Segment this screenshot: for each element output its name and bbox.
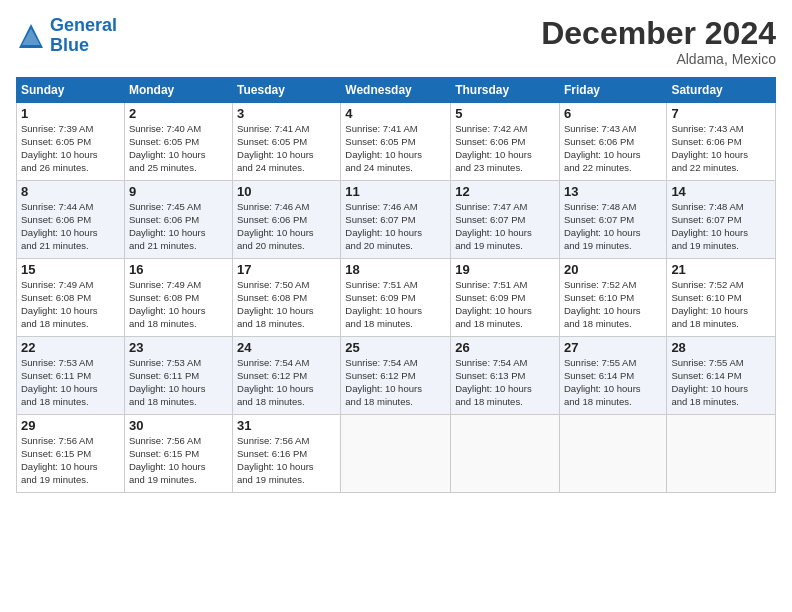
day-number: 1 [21, 106, 120, 121]
logo-blue: Blue [50, 36, 117, 56]
day-header-thursday: Thursday [451, 78, 560, 103]
day-info: Sunrise: 7:41 AM Sunset: 6:05 PM Dayligh… [345, 123, 446, 174]
day-info: Sunrise: 7:49 AM Sunset: 6:08 PM Dayligh… [129, 279, 228, 330]
day-header-monday: Monday [124, 78, 232, 103]
day-info: Sunrise: 7:48 AM Sunset: 6:07 PM Dayligh… [671, 201, 771, 252]
calendar-cell: 3Sunrise: 7:41 AM Sunset: 6:05 PM Daylig… [233, 103, 341, 181]
day-number: 3 [237, 106, 336, 121]
calendar-cell: 7Sunrise: 7:43 AM Sunset: 6:06 PM Daylig… [667, 103, 776, 181]
calendar-cell: 17Sunrise: 7:50 AM Sunset: 6:08 PM Dayli… [233, 259, 341, 337]
calendar-cell: 14Sunrise: 7:48 AM Sunset: 6:07 PM Dayli… [667, 181, 776, 259]
location: Aldama, Mexico [541, 51, 776, 67]
day-number: 15 [21, 262, 120, 277]
day-number: 22 [21, 340, 120, 355]
day-number: 5 [455, 106, 555, 121]
week-row-2: 8Sunrise: 7:44 AM Sunset: 6:06 PM Daylig… [17, 181, 776, 259]
day-number: 25 [345, 340, 446, 355]
calendar-cell: 13Sunrise: 7:48 AM Sunset: 6:07 PM Dayli… [559, 181, 666, 259]
week-row-5: 29Sunrise: 7:56 AM Sunset: 6:15 PM Dayli… [17, 415, 776, 493]
day-info: Sunrise: 7:41 AM Sunset: 6:05 PM Dayligh… [237, 123, 336, 174]
day-number: 18 [345, 262, 446, 277]
day-number: 26 [455, 340, 555, 355]
calendar-cell: 11Sunrise: 7:46 AM Sunset: 6:07 PM Dayli… [341, 181, 451, 259]
week-row-4: 22Sunrise: 7:53 AM Sunset: 6:11 PM Dayli… [17, 337, 776, 415]
calendar-cell: 12Sunrise: 7:47 AM Sunset: 6:07 PM Dayli… [451, 181, 560, 259]
day-number: 17 [237, 262, 336, 277]
day-info: Sunrise: 7:56 AM Sunset: 6:15 PM Dayligh… [129, 435, 228, 486]
calendar-cell [341, 415, 451, 493]
calendar-cell [451, 415, 560, 493]
calendar-cell: 6Sunrise: 7:43 AM Sunset: 6:06 PM Daylig… [559, 103, 666, 181]
day-info: Sunrise: 7:50 AM Sunset: 6:08 PM Dayligh… [237, 279, 336, 330]
logo-icon [16, 21, 46, 51]
day-number: 28 [671, 340, 771, 355]
calendar-cell: 26Sunrise: 7:54 AM Sunset: 6:13 PM Dayli… [451, 337, 560, 415]
day-number: 21 [671, 262, 771, 277]
day-info: Sunrise: 7:43 AM Sunset: 6:06 PM Dayligh… [564, 123, 662, 174]
day-info: Sunrise: 7:54 AM Sunset: 6:12 PM Dayligh… [237, 357, 336, 408]
calendar-header-row: SundayMondayTuesdayWednesdayThursdayFrid… [17, 78, 776, 103]
day-number: 27 [564, 340, 662, 355]
calendar-cell: 9Sunrise: 7:45 AM Sunset: 6:06 PM Daylig… [124, 181, 232, 259]
day-number: 4 [345, 106, 446, 121]
logo-general: General [50, 16, 117, 36]
day-info: Sunrise: 7:51 AM Sunset: 6:09 PM Dayligh… [345, 279, 446, 330]
calendar-cell: 23Sunrise: 7:53 AM Sunset: 6:11 PM Dayli… [124, 337, 232, 415]
day-info: Sunrise: 7:40 AM Sunset: 6:05 PM Dayligh… [129, 123, 228, 174]
day-info: Sunrise: 7:43 AM Sunset: 6:06 PM Dayligh… [671, 123, 771, 174]
day-info: Sunrise: 7:44 AM Sunset: 6:06 PM Dayligh… [21, 201, 120, 252]
day-number: 6 [564, 106, 662, 121]
day-info: Sunrise: 7:52 AM Sunset: 6:10 PM Dayligh… [564, 279, 662, 330]
day-number: 2 [129, 106, 228, 121]
day-header-friday: Friday [559, 78, 666, 103]
day-info: Sunrise: 7:42 AM Sunset: 6:06 PM Dayligh… [455, 123, 555, 174]
calendar-cell: 20Sunrise: 7:52 AM Sunset: 6:10 PM Dayli… [559, 259, 666, 337]
title-block: December 2024 Aldama, Mexico [541, 16, 776, 67]
day-number: 19 [455, 262, 555, 277]
week-row-3: 15Sunrise: 7:49 AM Sunset: 6:08 PM Dayli… [17, 259, 776, 337]
day-number: 12 [455, 184, 555, 199]
logo: General Blue [16, 16, 117, 56]
day-header-sunday: Sunday [17, 78, 125, 103]
day-number: 9 [129, 184, 228, 199]
day-number: 29 [21, 418, 120, 433]
day-number: 16 [129, 262, 228, 277]
header: General Blue December 2024 Aldama, Mexic… [16, 16, 776, 67]
calendar-cell: 1Sunrise: 7:39 AM Sunset: 6:05 PM Daylig… [17, 103, 125, 181]
calendar-cell: 4Sunrise: 7:41 AM Sunset: 6:05 PM Daylig… [341, 103, 451, 181]
day-info: Sunrise: 7:46 AM Sunset: 6:07 PM Dayligh… [345, 201, 446, 252]
day-info: Sunrise: 7:55 AM Sunset: 6:14 PM Dayligh… [564, 357, 662, 408]
day-number: 10 [237, 184, 336, 199]
page: General Blue December 2024 Aldama, Mexic… [0, 0, 792, 612]
day-info: Sunrise: 7:39 AM Sunset: 6:05 PM Dayligh… [21, 123, 120, 174]
calendar-cell: 22Sunrise: 7:53 AM Sunset: 6:11 PM Dayli… [17, 337, 125, 415]
day-info: Sunrise: 7:46 AM Sunset: 6:06 PM Dayligh… [237, 201, 336, 252]
calendar-cell [667, 415, 776, 493]
day-number: 11 [345, 184, 446, 199]
day-info: Sunrise: 7:53 AM Sunset: 6:11 PM Dayligh… [129, 357, 228, 408]
calendar-cell: 2Sunrise: 7:40 AM Sunset: 6:05 PM Daylig… [124, 103, 232, 181]
day-header-wednesday: Wednesday [341, 78, 451, 103]
calendar-cell: 8Sunrise: 7:44 AM Sunset: 6:06 PM Daylig… [17, 181, 125, 259]
week-row-1: 1Sunrise: 7:39 AM Sunset: 6:05 PM Daylig… [17, 103, 776, 181]
calendar-cell: 30Sunrise: 7:56 AM Sunset: 6:15 PM Dayli… [124, 415, 232, 493]
calendar-cell: 28Sunrise: 7:55 AM Sunset: 6:14 PM Dayli… [667, 337, 776, 415]
calendar-cell: 29Sunrise: 7:56 AM Sunset: 6:15 PM Dayli… [17, 415, 125, 493]
calendar-cell: 16Sunrise: 7:49 AM Sunset: 6:08 PM Dayli… [124, 259, 232, 337]
calendar-cell: 21Sunrise: 7:52 AM Sunset: 6:10 PM Dayli… [667, 259, 776, 337]
calendar-cell: 25Sunrise: 7:54 AM Sunset: 6:12 PM Dayli… [341, 337, 451, 415]
day-info: Sunrise: 7:51 AM Sunset: 6:09 PM Dayligh… [455, 279, 555, 330]
day-number: 7 [671, 106, 771, 121]
calendar-cell: 5Sunrise: 7:42 AM Sunset: 6:06 PM Daylig… [451, 103, 560, 181]
day-info: Sunrise: 7:45 AM Sunset: 6:06 PM Dayligh… [129, 201, 228, 252]
calendar-cell: 31Sunrise: 7:56 AM Sunset: 6:16 PM Dayli… [233, 415, 341, 493]
day-number: 8 [21, 184, 120, 199]
calendar-table: SundayMondayTuesdayWednesdayThursdayFrid… [16, 77, 776, 493]
day-number: 14 [671, 184, 771, 199]
day-number: 13 [564, 184, 662, 199]
calendar-cell: 15Sunrise: 7:49 AM Sunset: 6:08 PM Dayli… [17, 259, 125, 337]
day-info: Sunrise: 7:53 AM Sunset: 6:11 PM Dayligh… [21, 357, 120, 408]
day-header-saturday: Saturday [667, 78, 776, 103]
day-number: 23 [129, 340, 228, 355]
day-number: 30 [129, 418, 228, 433]
